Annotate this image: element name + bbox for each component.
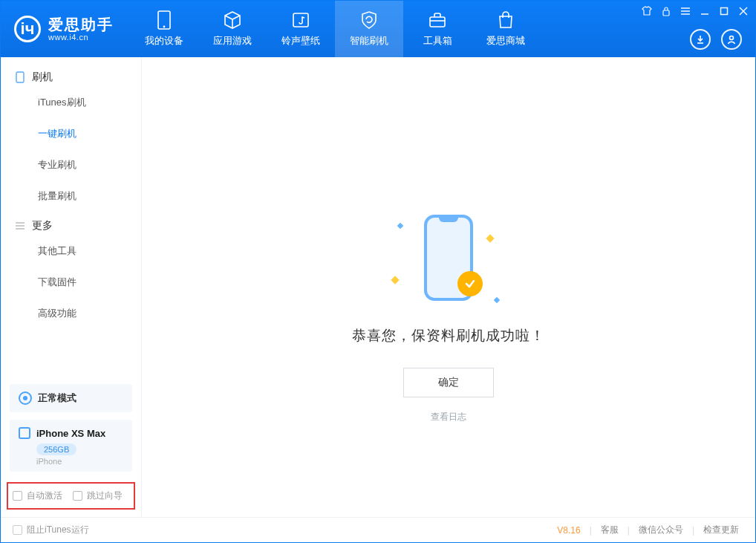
svg-point-14 xyxy=(730,36,734,40)
device-small-icon xyxy=(14,71,26,83)
sparkle-icon xyxy=(391,276,399,284)
bag-icon xyxy=(496,10,515,30)
tab-my-device[interactable]: 我的设备 xyxy=(130,1,198,57)
ok-button[interactable]: 确定 xyxy=(403,368,494,397)
header-actions xyxy=(690,29,742,50)
tab-ringtones[interactable]: 铃声壁纸 xyxy=(267,1,335,57)
app-name-cn: 爱思助手 xyxy=(48,16,114,33)
footer: 阻止iTunes运行 V8.16 | 客服 | 微信公众号 | 检查更新 xyxy=(1,517,755,542)
sidebar-item-other-tools[interactable]: 其他工具 xyxy=(1,235,141,267)
svg-rect-15 xyxy=(16,72,24,82)
device-icon xyxy=(19,427,30,439)
logo-text: 爱思助手 www.i4.cn xyxy=(48,16,114,42)
sparkle-icon xyxy=(486,234,494,242)
sidebar-item-pro-flash[interactable]: 专业刷机 xyxy=(1,149,141,181)
main-content: 恭喜您，保资料刷机成功啦！ 确定 查看日志 xyxy=(142,57,755,517)
flash-options-highlight: 自动激活 跳过向导 xyxy=(7,482,135,510)
logo-icon: iч xyxy=(14,16,41,42)
download-button[interactable] xyxy=(690,29,711,50)
maximize-icon[interactable] xyxy=(718,5,730,17)
body: 刷机 iTunes刷机 一键刷机 专业刷机 批量刷机 更多 其他工具 下载固件 … xyxy=(1,57,755,517)
sidebar-group-more: 更多 xyxy=(1,212,141,235)
sparkle-icon xyxy=(397,223,403,229)
success-message: 恭喜您，保资料刷机成功啦！ xyxy=(352,326,545,345)
tab-toolbox[interactable]: 工具箱 xyxy=(403,1,472,57)
sidebar-item-oneclick-flash[interactable]: 一键刷机 xyxy=(1,118,141,149)
tab-store[interactable]: 爱思商城 xyxy=(472,1,540,57)
device-storage-badge: 256GB xyxy=(36,443,76,455)
checkbox-icon xyxy=(13,525,22,535)
device-panel: 正常模式 iPhone XS Max 256GB iPhone xyxy=(1,378,141,478)
mode-label: 正常模式 xyxy=(38,391,76,405)
device-name: iPhone XS Max xyxy=(36,428,105,439)
svg-rect-5 xyxy=(663,10,669,16)
sidebar-item-download-firmware[interactable]: 下载固件 xyxy=(1,267,141,298)
lock-icon[interactable] xyxy=(660,5,672,17)
window-controls xyxy=(641,5,749,17)
tab-smart-flash[interactable]: 智能刷机 xyxy=(335,1,403,57)
version-label: V8.16 xyxy=(557,525,580,536)
checkbox-auto-activate[interactable]: 自动激活 xyxy=(13,490,62,502)
cube-icon xyxy=(223,10,242,30)
toolbox-icon xyxy=(428,10,447,30)
mode-indicator[interactable]: 正常模式 xyxy=(10,384,132,412)
minimize-icon[interactable] xyxy=(699,5,711,17)
sidebar-item-advanced[interactable]: 高级功能 xyxy=(1,298,141,329)
close-icon[interactable] xyxy=(737,5,749,17)
checkbox-icon xyxy=(73,491,82,501)
menu-icon[interactable] xyxy=(680,5,691,17)
checkbox-icon xyxy=(13,491,22,501)
checkbox-skip-guide[interactable]: 跳过向导 xyxy=(73,490,123,502)
app-window: iч 爱思助手 www.i4.cn 我的设备 应用游戏 xyxy=(0,0,756,543)
footer-link-wechat[interactable]: 微信公众号 xyxy=(634,524,688,536)
sidebar-item-batch-flash[interactable]: 批量刷机 xyxy=(1,181,141,212)
user-button[interactable] xyxy=(721,29,742,50)
checkbox-block-itunes[interactable]: 阻止iTunes运行 xyxy=(13,524,89,536)
header: iч 爱思助手 www.i4.cn 我的设备 应用游戏 xyxy=(1,1,755,57)
tab-apps[interactable]: 应用游戏 xyxy=(198,1,267,57)
music-folder-icon xyxy=(291,10,310,30)
view-log-link[interactable]: 查看日志 xyxy=(431,411,466,423)
mode-icon xyxy=(19,391,32,405)
list-icon xyxy=(14,220,26,232)
success-illustration xyxy=(389,206,508,310)
device-card[interactable]: iPhone XS Max 256GB iPhone xyxy=(10,420,132,472)
footer-link-service[interactable]: 客服 xyxy=(596,524,623,536)
tshirt-icon[interactable] xyxy=(641,5,653,17)
sparkle-icon xyxy=(494,297,500,303)
svg-rect-10 xyxy=(721,8,728,15)
sidebar-item-itunes-flash[interactable]: iTunes刷机 xyxy=(1,87,141,118)
svg-rect-3 xyxy=(430,17,445,27)
shield-refresh-icon xyxy=(359,10,379,30)
app-name-en: www.i4.cn xyxy=(48,33,114,42)
sidebar-group-flash: 刷机 xyxy=(1,63,141,87)
logo: iч 爱思助手 www.i4.cn xyxy=(1,1,130,57)
check-badge-icon xyxy=(457,271,483,296)
header-tabs: 我的设备 应用游戏 铃声壁纸 智能刷机 xyxy=(130,1,540,57)
device-type: iPhone xyxy=(36,457,123,466)
sidebar: 刷机 iTunes刷机 一键刷机 专业刷机 批量刷机 更多 其他工具 下载固件 … xyxy=(1,57,142,517)
svg-rect-2 xyxy=(293,13,308,27)
svg-point-1 xyxy=(163,26,166,28)
footer-link-update[interactable]: 检查更新 xyxy=(699,524,743,536)
phone-icon xyxy=(154,10,174,30)
